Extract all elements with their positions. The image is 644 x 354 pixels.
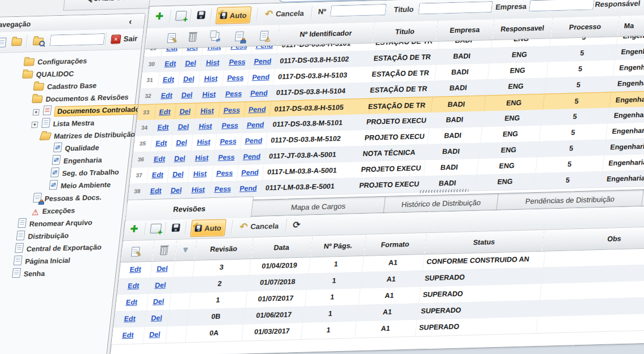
sidebar-item-qualidade[interactable]: Qualidade	[53, 141, 100, 155]
save-revision-icon[interactable]	[172, 223, 181, 231]
link-pess[interactable]: Pess	[214, 185, 232, 193]
col-header-titulo[interactable]: Titulo	[372, 21, 438, 43]
link-del[interactable]: Del	[149, 330, 160, 339]
link-pess[interactable]: Pess	[216, 169, 233, 178]
link-pess[interactable]: Pess	[217, 153, 235, 162]
sidebar-item-exce-es[interactable]: ⚠Exceções	[31, 204, 76, 218]
link-hist[interactable]: Hist	[202, 90, 216, 99]
link-hist[interactable]: Hist	[195, 154, 209, 162]
sidebar-item-pessoas-docs-[interactable]: Pessoas & Docs.	[33, 191, 102, 205]
search-folder-icon[interactable]	[33, 38, 43, 46]
link-hist[interactable]: Hist	[197, 138, 211, 146]
link-edt[interactable]: Edt	[150, 187, 162, 195]
filter-titulo-input[interactable]	[418, 1, 493, 14]
link-edt[interactable]: Edt	[155, 139, 168, 148]
history-copy-icon[interactable]	[211, 32, 220, 41]
link-pend[interactable]: Pend	[243, 153, 261, 161]
tab-revisoes[interactable]: Revisões	[125, 196, 254, 221]
filter-num-input[interactable]	[330, 4, 386, 17]
link-edt[interactable]: Edt	[128, 282, 140, 290]
sidebar-item-matrizes-de-distribui-o[interactable]: Matrizes de Distribuição	[40, 128, 136, 143]
link-hist[interactable]: Hist	[198, 122, 212, 131]
link-pess[interactable]: Pess	[223, 106, 241, 115]
filter-empresa-input[interactable]	[529, 0, 594, 11]
sidebar-item-configura-es[interactable]: Configurações	[23, 55, 88, 69]
delete-icon[interactable]	[160, 247, 168, 255]
link-edt[interactable]: Edt	[129, 265, 142, 274]
link-pend[interactable]: Pend	[248, 106, 266, 114]
link-hist[interactable]: Hist	[204, 75, 218, 83]
link-edt[interactable]: Edt	[157, 123, 169, 132]
add-record-icon[interactable]: ✚	[155, 11, 164, 21]
sidebar-item-seg-do-trabalho[interactable]: Seg. do Trabalho	[50, 166, 120, 180]
sidebar-item-qualidoc[interactable]: QUALIDOC	[22, 67, 75, 81]
link-hist[interactable]: Hist	[191, 185, 205, 194]
link-pend[interactable]: Pend	[245, 137, 263, 145]
link-del[interactable]: Del	[185, 59, 197, 68]
sidebar-item-distribui-o[interactable]: Distribuição	[16, 230, 69, 243]
sidebar-item-senha[interactable]: Senha	[12, 267, 46, 281]
link-del[interactable]: Del	[154, 281, 166, 290]
link-del[interactable]: Del	[181, 91, 193, 100]
link-edt[interactable]: Edt	[125, 298, 138, 306]
link-pend[interactable]: Pend	[250, 89, 268, 97]
link-hist[interactable]: Hist	[206, 59, 220, 67]
link-edt[interactable]: Edt	[160, 92, 173, 100]
sidebar-item-renomear-arquivo[interactable]: Renomear Arquivo	[18, 217, 93, 231]
link-pend[interactable]: Pend	[239, 184, 257, 193]
refresh-icon[interactable]: ⟳	[292, 221, 301, 230]
pending-warning-doc-icon[interactable]: ⚠	[260, 31, 269, 40]
link-del[interactable]: Del	[151, 314, 163, 322]
link-edt[interactable]: Edt	[122, 331, 134, 340]
link-hist[interactable]: Hist	[193, 170, 207, 178]
link-del[interactable]: Del	[183, 75, 195, 84]
expand-plus-box[interactable]: +	[33, 109, 40, 115]
sidebar-search-input[interactable]	[50, 33, 105, 46]
col-header-npags[interactable]: Nº Págs.	[310, 235, 367, 257]
col-header-formato[interactable]: Formato	[364, 234, 427, 256]
link-del[interactable]: Del	[179, 107, 191, 116]
people-doc-icon[interactable]	[235, 32, 244, 41]
link-del[interactable]: Del	[153, 297, 164, 306]
col-header-status[interactable]: Status	[424, 231, 545, 254]
col-header-responsavel[interactable]: Responsavel	[492, 18, 554, 40]
link-pess[interactable]: Pess	[220, 137, 237, 146]
link-hist[interactable]: Hist	[200, 107, 214, 115]
link-edt[interactable]: Edt	[159, 108, 171, 116]
link-edt[interactable]: Edt	[164, 60, 177, 68]
link-pend[interactable]: Pend	[252, 73, 270, 81]
link-del[interactable]: Del	[170, 186, 182, 195]
link-pend[interactable]: Pend	[254, 57, 272, 66]
link-edt[interactable]: Edt	[162, 76, 175, 84]
add-revision-window-icon[interactable]	[150, 223, 162, 234]
add-window-icon[interactable]	[175, 11, 187, 21]
app-tab[interactable]: QUALIDOC	[63, 0, 151, 11]
link-pess[interactable]: Pess	[225, 90, 242, 98]
auto-save-button[interactable]: ✔ Auto	[215, 6, 251, 24]
link-del[interactable]: Del	[176, 139, 188, 147]
edit-icon[interactable]: ✎	[167, 33, 176, 43]
link-pend[interactable]: Pend	[241, 169, 259, 177]
col-header-revisao[interactable]: Revisão	[194, 238, 254, 260]
sidebar-item-cadastro-base[interactable]: Cadastro Base	[33, 79, 97, 93]
sidebar-item-lista-mestra[interactable]: +Lista Mestra	[41, 116, 95, 130]
download-arrow-icon[interactable]: ▼	[181, 245, 189, 253]
col-header-macroprocesso[interactable]: Ma	[617, 14, 644, 37]
collapse-sidebar-icon[interactable]: ‹	[128, 14, 133, 29]
exit-label[interactable]: Sair	[123, 34, 138, 43]
link-pess[interactable]: Pess	[229, 58, 246, 66]
collapse-all-folder-icon[interactable]	[11, 38, 22, 46]
add-revision-icon[interactable]: ✚	[129, 224, 138, 234]
col-header-processo[interactable]: Processo	[551, 16, 620, 38]
expand-plus-box[interactable]: +	[31, 122, 38, 128]
sidebar-item-documentos-controlados[interactable]: +Documentos Controlados	[42, 103, 147, 118]
link-del[interactable]: Del	[177, 123, 189, 131]
link-pess[interactable]: Pess	[221, 122, 239, 130]
link-edt[interactable]: Edt	[124, 315, 136, 323]
cut-doc-icon[interactable]	[0, 38, 7, 48]
sidebar-item-meio-ambiente[interactable]: Meio Ambiente	[49, 179, 111, 193]
link-del[interactable]: Del	[172, 170, 184, 179]
edit-icon[interactable]: ✎	[131, 247, 140, 256]
auto-save-revisions-button[interactable]: ✔ Auto	[190, 219, 226, 237]
sidebar-item-engenharia[interactable]: Engenharia	[51, 154, 103, 167]
